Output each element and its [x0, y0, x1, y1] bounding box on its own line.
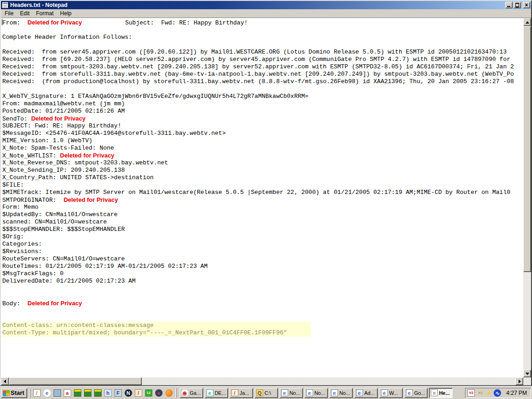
taskbar-grip[interactable] — [29, 388, 30, 398]
paintbrush-icon[interactable]: / — [135, 389, 142, 397]
text-caret — [2, 19, 2, 25]
text-line — [2, 314, 523, 322]
start-button[interactable]: Start — [1, 388, 27, 398]
task-button-c[interactable]: QC:\ — [254, 388, 278, 398]
task-button-label: Ja... — [240, 390, 249, 396]
task-button-no[interactable]: eNo... — [279, 388, 303, 398]
text-line: MIME_Version: 1.0 (WebTV) — [2, 137, 523, 145]
menu-bar: FileEditFormatHelp — [1, 9, 531, 18]
header-text: $$$StopEMHANDLER: $$$StopEMHANDLER — [2, 226, 125, 233]
header-text: $Revisions: — [2, 248, 42, 255]
wordpad-icon[interactable]: a — [64, 389, 71, 397]
close-button[interactable]: × — [523, 2, 530, 8]
volume-icon[interactable]: ◄) — [476, 389, 484, 397]
header-text: X_Country_Path: UNITED STATES->destinati… — [2, 174, 154, 181]
task-button-he[interactable]: ≡He... — [429, 388, 453, 398]
task-button-w[interactable]: eW... — [379, 388, 403, 398]
header-text: Received: (from production@localhost) by… — [2, 78, 514, 85]
task-button-label: W... — [389, 390, 398, 396]
scroll-right-button[interactable] — [515, 377, 523, 385]
header-text: $Orig: — [2, 233, 24, 240]
task-button-ga[interactable]: ◉Ga... — [180, 388, 203, 398]
lightning-icon[interactable]: ⚡ — [485, 389, 492, 397]
text-content[interactable]: From: Deleted for Privacy Subject: Fwd: … — [1, 18, 523, 377]
compose-icon[interactable]: / — [33, 389, 41, 397]
arrow-up-icon — [526, 21, 529, 24]
horizontal-scrollbar[interactable] — [1, 377, 523, 385]
text-line: From: Deleted for Privacy Subject: Fwd: … — [2, 19, 523, 26]
scroll-down-button[interactable] — [523, 369, 531, 377]
text-line — [2, 26, 523, 34]
task-button-go[interactable]: eGo... — [404, 388, 428, 398]
header-text: Received: from [69.20.58.237] (HELO serv… — [2, 56, 510, 63]
vertical-scrollbar[interactable] — [523, 18, 531, 377]
wave-icon[interactable]: ∿ — [494, 389, 501, 397]
taskbar-grip[interactable] — [175, 388, 177, 398]
task-button-no[interactable]: eNo... — [329, 388, 353, 398]
header-text: Complete Header Information Follows: — [2, 34, 132, 41]
firefox-icon[interactable] — [165, 389, 173, 397]
header-text: RouteTimes: 01/21/2005 02:17:19 AM-01/21… — [2, 263, 208, 270]
ftp-computer-icon[interactable]: F — [115, 389, 122, 397]
menu-item-edit[interactable]: Edit — [17, 9, 33, 18]
internet-explorer-icon[interactable]: e — [43, 389, 51, 397]
text-line: X_WebTV_Signature: 1 ETAsAhQaGOzmjWbn6rB… — [2, 93, 523, 100]
ws-ftp-icon-1[interactable] — [74, 389, 81, 397]
scroll-left-button[interactable] — [1, 377, 9, 385]
minimize-button[interactable] — [505, 2, 513, 8]
redacted-text: Deleted for Privacy — [31, 115, 85, 122]
task-button-de[interactable]: eDE... — [205, 388, 228, 398]
start-button-label: Start — [11, 389, 24, 396]
edit-area: From: Deleted for Privacy Subject: Fwd: … — [1, 18, 531, 377]
menu-item-format[interactable]: Format — [33, 9, 57, 18]
text-line: X_Note_WHTLIST: Deleted for Privacy — [2, 152, 523, 159]
hand-file-icon[interactable]: h — [104, 389, 112, 397]
horizontal-scroll-track[interactable] — [9, 377, 515, 385]
horizontal-scrollbar-row — [1, 377, 531, 385]
task-button-ja[interactable]: /Ja... — [230, 388, 253, 398]
text-line: X_Country_Path: UNITED STATES->destinati… — [2, 174, 523, 181]
netscape-icon[interactable]: N — [125, 389, 132, 397]
title-bar[interactable]: Headers.txt - Notepad × — [1, 1, 531, 9]
header-text: $MIMETrack: Itemize by SMTP Server on Ma… — [2, 189, 510, 196]
header-text: $UpdatedBy: CN=Mail01/O=westcare — [2, 211, 118, 218]
ws-ftp-icon-3[interactable] — [94, 389, 102, 397]
restore-button[interactable] — [514, 2, 521, 8]
notepad-icon: ≡ — [431, 389, 438, 396]
header-text: $FILE: — [2, 181, 24, 188]
menu-item-help[interactable]: Help — [57, 9, 75, 18]
show-desktop-icon[interactable] — [54, 389, 61, 397]
globe-icon: ◉ — [181, 389, 188, 396]
text-line: Complete Header Information Follows: — [2, 34, 523, 41]
redacted-text: Deleted for Privacy — [28, 19, 82, 26]
text-line: RouteServers: CN=Mail01/O=westcare — [2, 255, 523, 263]
header-text: X_Note_Reverse_DNS: smtpout-3203.bay.web… — [2, 159, 168, 166]
text-line: X_Note_Sending_IP: 209.240.205.138 — [2, 167, 523, 174]
ie-page-icon: e — [281, 389, 288, 396]
text-line — [2, 307, 523, 314]
vertical-scroll-track[interactable] — [523, 26, 531, 369]
vertical-scroll-thumb[interactable] — [523, 26, 531, 272]
v2-antivirus-icon[interactable]: V2 — [467, 389, 475, 397]
notepad-window: Headers.txt - Notepad × FileEditFormatHe… — [0, 0, 532, 386]
scroll-up-button[interactable] — [523, 18, 531, 26]
text-line: $Orig: — [2, 233, 523, 241]
clock[interactable]: 4:27 PM — [506, 390, 527, 396]
text-line: Received: (from production@localhost) by… — [2, 78, 523, 85]
horizontal-scroll-thumb[interactable] — [9, 377, 142, 385]
task-button-label: Ga... — [190, 390, 201, 396]
task-button-ad[interactable]: eAd... — [354, 388, 378, 398]
task-button-label: Go... — [414, 390, 425, 396]
header-text: SMTPORIGINATOR: — [2, 197, 64, 204]
text-line — [2, 41, 523, 48]
task-button-no[interactable]: eNo... — [304, 388, 328, 398]
globe-viewer-icon[interactable]: ● — [155, 389, 163, 397]
de-app-icon: e — [206, 389, 213, 396]
lotus-123-icon[interactable]: 12 — [145, 389, 152, 397]
text-line: Received: from [69.20.58.237] (HELO serv… — [2, 56, 523, 63]
header-text: SUBJECT: Fwd: RE: Happy Birthday! — [2, 122, 121, 129]
ws-ftp-icon-2[interactable] — [84, 389, 91, 397]
text-line: Content-class: urn:content-classes:messa… — [2, 322, 311, 329]
windows-logo-icon — [3, 390, 9, 396]
menu-item-file[interactable]: File — [1, 9, 17, 18]
